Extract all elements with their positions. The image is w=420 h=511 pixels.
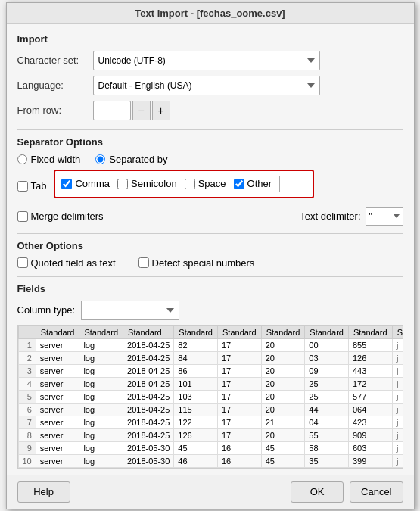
language-row: Language: Default - English (USA) — [17, 76, 403, 95]
table-cell: j — [392, 390, 403, 403]
table-cell: 20 — [261, 364, 305, 377]
text-delimiter-select[interactable]: " — [366, 207, 403, 226]
table-row: 6serverlog2018-04-25115172044064j — [18, 403, 403, 416]
table-cell: 20 — [261, 351, 305, 364]
col-header-5: Standard — [218, 326, 262, 338]
other-checkbox[interactable] — [234, 179, 244, 189]
separated-by-option[interactable]: Separated by — [95, 154, 167, 165]
fixed-width-option[interactable]: Fixed width — [17, 154, 81, 165]
table-cell: 09 — [305, 364, 349, 377]
col-header-2: Standard — [79, 326, 123, 338]
decrement-button[interactable]: − — [132, 101, 151, 120]
table-cell: 2018-04-25 — [123, 403, 174, 416]
character-set-select[interactable]: Unicode (UTF-8) — [93, 51, 320, 70]
table-cell: 84 — [174, 351, 218, 364]
other-options-row: Quoted field as text Detect special numb… — [17, 257, 403, 269]
table-cell: 45 — [261, 441, 305, 454]
table-row: 5serverlog2018-04-25103172025577j — [18, 390, 403, 403]
separator-section: Separator Options Fixed width Separated … — [17, 136, 403, 226]
column-type-select[interactable] — [81, 301, 179, 320]
tab-checkbox[interactable] — [17, 181, 28, 192]
ok-button[interactable]: OK — [291, 481, 344, 503]
table-cell: 21 — [261, 416, 305, 428]
table-cell: 17 — [218, 416, 262, 428]
comma-label: Comma — [75, 178, 110, 189]
quoted-field-checkbox[interactable] — [17, 257, 28, 268]
table-cell: 82 — [174, 338, 218, 351]
table-row: 10serverlog2018-05-3046164535399j — [18, 454, 403, 467]
fields-section-header: Fields — [17, 283, 403, 294]
table-cell: 20 — [261, 338, 305, 351]
table-cell: 2018-04-25 — [123, 390, 174, 403]
language-select[interactable]: Default - English (USA) — [93, 76, 320, 95]
divider-1 — [17, 129, 403, 130]
other-checkbox-item[interactable]: Other — [234, 178, 272, 189]
table-cell: j — [392, 428, 403, 441]
table-cell: j — [392, 454, 403, 467]
separator-radio-row: Fixed width Separated by — [17, 154, 403, 165]
text-import-dialog: Text Import - [fechas_oome.csv] Import C… — [6, 2, 415, 509]
fixed-width-label: Fixed width — [31, 154, 81, 165]
comma-checkbox-item[interactable]: Comma — [61, 178, 110, 189]
tab-checkbox-item[interactable]: Tab — [17, 180, 47, 192]
table-cell: 20 — [261, 390, 305, 403]
semicolon-checkbox[interactable] — [117, 179, 128, 189]
detect-special-label: Detect special numbers — [152, 257, 255, 269]
divider-2 — [17, 233, 403, 234]
action-buttons: OK Cancel — [291, 481, 403, 503]
divider-3 — [17, 276, 403, 277]
row-number: 8 — [18, 428, 36, 441]
table-row: 4serverlog2018-04-25101172025172j — [18, 377, 403, 390]
space-checkbox[interactable] — [185, 179, 195, 189]
table-cell: j — [392, 441, 403, 454]
from-row-input[interactable]: 1 — [93, 101, 131, 120]
table-cell: server — [36, 390, 79, 403]
table-cell: 20 — [261, 377, 305, 390]
row-number: 10 — [18, 454, 36, 467]
text-delimiter-label: Text delimiter: — [300, 210, 360, 222]
preview-table-container[interactable]: Standard Standard Standard Standard Stan… — [17, 325, 403, 469]
comma-checkbox[interactable] — [61, 179, 72, 189]
quoted-field-item[interactable]: Quoted field as text — [17, 257, 116, 269]
table-cell: 17 — [218, 338, 262, 351]
other-options-section: Other Options Quoted field as text Detec… — [17, 240, 403, 269]
table-row: 3serverlog2018-04-2586172009443j — [18, 364, 403, 377]
semicolon-checkbox-item[interactable]: Semicolon — [117, 178, 177, 189]
table-cell: j — [392, 364, 403, 377]
table-cell: 443 — [348, 364, 392, 377]
space-checkbox-item[interactable]: Space — [185, 178, 226, 189]
space-label: Space — [198, 178, 226, 189]
table-cell: 20 — [261, 428, 305, 441]
character-set-label: Character set: — [17, 55, 93, 66]
from-row-label: From row: — [17, 104, 93, 116]
increment-button[interactable]: + — [152, 101, 170, 120]
separated-by-radio[interactable] — [95, 154, 105, 164]
merge-delimiters-item[interactable]: Merge delimiters — [17, 210, 104, 222]
table-cell: 855 — [348, 338, 392, 351]
detect-special-checkbox[interactable] — [138, 257, 149, 268]
table-cell: j — [392, 403, 403, 416]
help-button[interactable]: Help — [17, 481, 70, 503]
dialog-footer: Help OK Cancel — [7, 475, 414, 509]
row-number: 6 — [18, 403, 36, 416]
from-row-row: From row: 1 − + — [17, 101, 403, 120]
merge-delimiters-checkbox[interactable] — [17, 211, 28, 222]
col-header-3: Standard — [123, 326, 174, 338]
table-cell: 58 — [305, 441, 349, 454]
cancel-button[interactable]: Cancel — [350, 481, 403, 503]
other-value-input[interactable]: ; — [279, 176, 306, 192]
table-cell: 103 — [174, 390, 218, 403]
tab-label: Tab — [31, 180, 47, 192]
separator-section-header: Separator Options — [17, 136, 403, 148]
table-cell: log — [79, 454, 123, 467]
table-cell: log — [79, 428, 123, 441]
detect-special-item[interactable]: Detect special numbers — [138, 257, 255, 269]
column-type-label: Column type: — [17, 304, 76, 316]
table-cell: 17 — [218, 390, 262, 403]
table-cell: 16 — [218, 441, 262, 454]
table-cell: j — [392, 338, 403, 351]
import-section: Import Character set: Unicode (UTF-8) La… — [17, 33, 403, 120]
table-cell: j — [392, 377, 403, 390]
fixed-width-radio[interactable] — [17, 154, 27, 164]
table-cell: log — [79, 338, 123, 351]
